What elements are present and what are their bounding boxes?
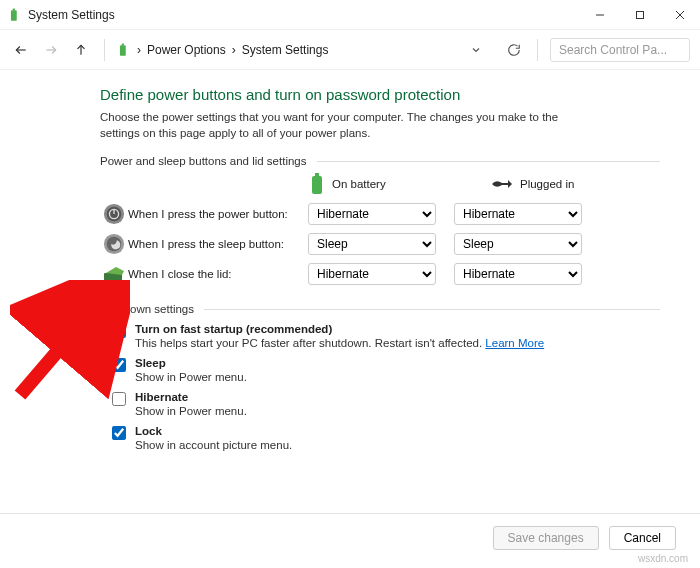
checkbox-lock-input[interactable]: [112, 426, 126, 440]
sleep-title: Sleep: [135, 357, 247, 369]
footer: Save changes Cancel: [0, 513, 700, 550]
nav-up-button[interactable]: [70, 39, 92, 61]
select-lid-plugged[interactable]: Hibernate: [454, 263, 582, 285]
breadcrumb-power-options[interactable]: Power Options: [147, 43, 226, 57]
refresh-button[interactable]: [503, 39, 525, 61]
section-label-text: Power and sleep buttons and lid settings: [100, 155, 307, 167]
hibernate-desc: Show in Power menu.: [135, 405, 247, 417]
separator: [537, 39, 538, 61]
row-power-button: When I press the power button: Hibernate…: [100, 203, 660, 225]
select-power-plugged[interactable]: Hibernate: [454, 203, 582, 225]
battery-icon: [310, 173, 324, 195]
battery-icon: [117, 43, 131, 57]
svg-rect-12: [315, 173, 319, 176]
window-title: System Settings: [28, 8, 115, 22]
lid-icon: [100, 265, 128, 283]
page-heading: Define power buttons and turn on passwor…: [100, 86, 660, 103]
fast-startup-title: Turn on fast startup (recommended): [135, 323, 544, 335]
sleep-button-icon: [100, 233, 128, 255]
select-sleep-plugged[interactable]: Sleep: [454, 233, 582, 255]
titlebar: System Settings: [0, 0, 700, 30]
svg-rect-9: [120, 45, 126, 56]
svg-rect-11: [312, 176, 322, 194]
hibernate-title: Hibernate: [135, 391, 247, 403]
row-power-label: When I press the power button:: [128, 208, 308, 220]
nav-forward-button[interactable]: [40, 39, 62, 61]
row-sleep-button: When I press the sleep button: Sleep Sle…: [100, 233, 660, 255]
checkbox-hibernate-input[interactable]: [112, 392, 126, 406]
search-input[interactable]: [557, 42, 683, 58]
section-power-sleep-lid: Power and sleep buttons and lid settings: [100, 155, 660, 167]
column-headers: On battery Plugged in: [100, 173, 660, 195]
search-box[interactable]: [550, 38, 690, 62]
row-lid: When I close the lid: Hibernate Hibernat…: [100, 263, 660, 285]
checkbox-sleep-input[interactable]: [112, 358, 126, 372]
checkbox-sleep: Sleep Show in Power menu.: [100, 357, 660, 383]
nav-back-button[interactable]: [10, 39, 32, 61]
checkbox-lock: Lock Show in account picture menu.: [100, 425, 660, 451]
lock-title: Lock: [135, 425, 292, 437]
column-plugged-in: Plugged in: [490, 177, 610, 191]
save-changes-button[interactable]: Save changes: [493, 526, 599, 550]
cancel-button[interactable]: Cancel: [609, 526, 676, 550]
svg-rect-10: [122, 43, 124, 45]
section-shutdown: Shutdown settings: [100, 303, 660, 315]
svg-rect-1: [13, 8, 15, 10]
checkbox-fast-startup: Turn on fast startup (recommended) This …: [100, 323, 660, 349]
lock-desc: Show in account picture menu.: [135, 439, 292, 451]
plug-icon: [490, 177, 512, 191]
sleep-desc: Show in Power menu.: [135, 371, 247, 383]
window-title-area: System Settings: [0, 8, 115, 22]
separator: [104, 39, 105, 61]
breadcrumb[interactable]: › Power Options › System Settings: [117, 43, 457, 57]
battery-icon: [8, 8, 22, 22]
chevron-right-icon: ›: [232, 43, 236, 57]
power-button-icon: [100, 203, 128, 225]
checkbox-hibernate: Hibernate Show in Power menu.: [100, 391, 660, 417]
svg-rect-3: [637, 11, 644, 18]
chevron-right-icon: ›: [137, 43, 141, 57]
row-lid-label: When I close the lid:: [128, 268, 308, 280]
watermark: wsxdn.com: [638, 553, 688, 564]
minimize-button[interactable]: [580, 0, 620, 30]
section-label-text: Shutdown settings: [100, 303, 194, 315]
shutdown-settings: Shutdown settings Turn on fast startup (…: [100, 303, 660, 451]
close-button[interactable]: [660, 0, 700, 30]
learn-more-link[interactable]: Learn More: [485, 337, 544, 349]
select-power-battery[interactable]: Hibernate: [308, 203, 436, 225]
content-area: Define power buttons and turn on passwor…: [0, 70, 700, 451]
breadcrumb-dropdown[interactable]: [465, 39, 487, 61]
checkbox-fast-startup-input[interactable]: [112, 324, 126, 338]
svg-rect-0: [11, 10, 17, 20]
toolbar: › Power Options › System Settings: [0, 30, 700, 70]
select-sleep-battery[interactable]: Sleep: [308, 233, 436, 255]
page-subtext: Choose the power settings that you want …: [100, 109, 600, 141]
column-on-battery: On battery: [310, 173, 430, 195]
row-sleep-label: When I press the sleep button:: [128, 238, 308, 250]
breadcrumb-system-settings[interactable]: System Settings: [242, 43, 329, 57]
maximize-button[interactable]: [620, 0, 660, 30]
fast-startup-desc: This helps start your PC faster after sh…: [135, 337, 544, 349]
select-lid-battery[interactable]: Hibernate: [308, 263, 436, 285]
